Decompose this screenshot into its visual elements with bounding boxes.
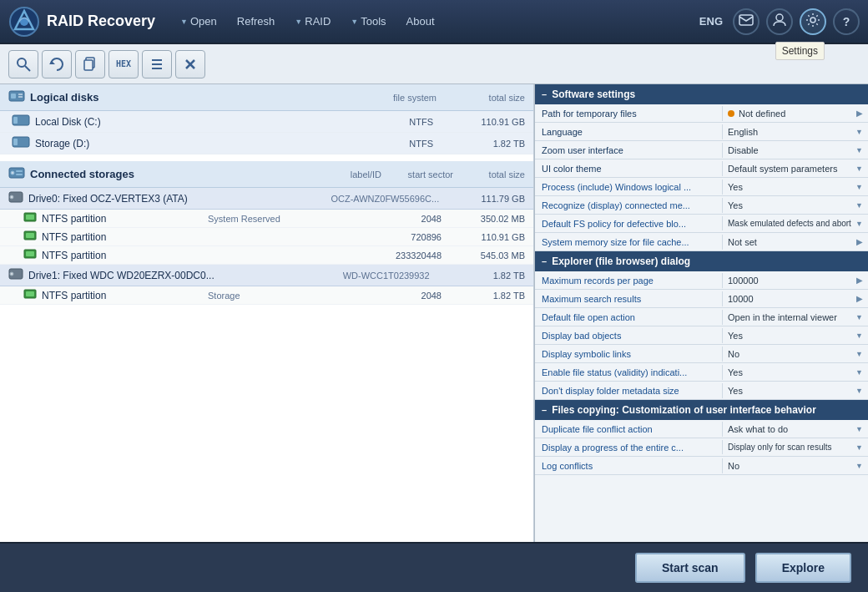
- svg-point-29: [10, 195, 13, 199]
- copy-button[interactable]: [75, 50, 105, 78]
- setting-path[interactable]: Path for temporary files Not defined ▶: [535, 104, 868, 123]
- setting-language[interactable]: Language English ▼: [535, 123, 868, 141]
- setting-progress-val-text: Display only for scan results: [728, 443, 854, 452]
- setting-bad-objects[interactable]: Display bad objects Yes ▼: [535, 326, 868, 345]
- menu-raid[interactable]: ▼ RAID: [286, 10, 339, 33]
- setting-recognize-value[interactable]: Yes ▼: [722, 198, 868, 213]
- setting-open-action-value[interactable]: Open in the internal viewer ▼: [722, 310, 868, 325]
- list-button[interactable]: [142, 50, 172, 78]
- setting-progress-dropdown: ▼: [855, 443, 863, 452]
- part-icon-2: [23, 249, 37, 261]
- disk-item-c[interactable]: Local Disk (C:) NTFS 110.91 GB: [0, 111, 533, 133]
- setting-language-label: Language: [535, 124, 722, 139]
- setting-progress[interactable]: Display a progress of the entire c... Di…: [535, 438, 868, 457]
- setting-log-conflicts-value[interactable]: No ▼: [722, 458, 868, 473]
- setting-path-value[interactable]: Not defined ▶: [722, 106, 868, 121]
- setting-defective-value[interactable]: Mask emulated defects and abort ▼: [722, 216, 868, 230]
- setting-color-dropdown: ▼: [855, 164, 863, 173]
- software-settings-header[interactable]: – Software settings: [535, 84, 868, 104]
- setting-file-status-label: Enable file status (validity) indicati..…: [535, 365, 722, 380]
- setting-language-value[interactable]: English ▼: [722, 124, 868, 139]
- drive0-part0[interactable]: NTFS partition System Reserved 2048 350.…: [0, 210, 533, 228]
- logical-disks-title: Logical disks: [30, 91, 356, 104]
- not-defined-dot: [728, 110, 734, 117]
- setting-max-records-value[interactable]: 100000 ▶: [722, 273, 868, 288]
- col-filesystem-label: file system: [361, 93, 437, 103]
- explore-button[interactable]: Explore: [755, 553, 851, 583]
- col-totalsize-label: total size: [442, 93, 525, 103]
- setting-bad-objects-dropdown: ▼: [855, 331, 863, 340]
- message-icon: [739, 14, 754, 28]
- setting-process[interactable]: Process (include) Windows logical ... Ye…: [535, 178, 868, 196]
- app-title: RAID Recovery: [47, 13, 155, 30]
- setting-defective-val-text: Mask emulated defects and abort: [728, 219, 854, 228]
- close-button[interactable]: [175, 50, 205, 78]
- drive1-part0[interactable]: NTFS partition Storage 2048 1.82 TB: [0, 286, 533, 305]
- help-button[interactable]: ?: [833, 8, 860, 35]
- menu-open[interactable]: ▼ Open: [172, 10, 225, 33]
- explorer-settings-header[interactable]: – Explorer (file browser) dialog: [535, 251, 868, 271]
- refresh-button[interactable]: [42, 50, 72, 78]
- svg-line-7: [25, 66, 30, 71]
- disk-c-fs: NTFS: [350, 117, 433, 127]
- setting-recognize[interactable]: Recognize (display) connected me... Yes …: [535, 196, 868, 215]
- topbar-right: ENG Settings ?: [699, 8, 860, 35]
- setting-defective[interactable]: Default FS policy for defective blo... M…: [535, 215, 868, 233]
- drive1-header[interactable]: Drive1: Fixed WDC WD20EZRX-00DC0... WD-W…: [0, 265, 533, 286]
- setting-folder-meta[interactable]: Don't display folder metadata size Yes ▼: [535, 382, 868, 400]
- setting-sym-links[interactable]: Display symbolic links No ▼: [535, 345, 868, 363]
- setting-max-records[interactable]: Maximum records per page 100000 ▶: [535, 271, 868, 290]
- drive0-part0-name: NTFS partition: [42, 213, 208, 225]
- setting-sym-links-value[interactable]: No ▼: [722, 347, 868, 362]
- setting-memory[interactable]: System memory size for file cache... Not…: [535, 233, 868, 251]
- setting-file-status[interactable]: Enable file status (validity) indicati..…: [535, 363, 868, 382]
- setting-memory-value[interactable]: Not set ▶: [722, 235, 868, 250]
- hex-button[interactable]: HEX: [108, 50, 139, 78]
- drive0-icon: [8, 191, 23, 205]
- user-button[interactable]: [766, 8, 793, 35]
- start-scan-button[interactable]: Start scan: [635, 553, 745, 583]
- setting-file-status-value[interactable]: Yes ▼: [722, 365, 868, 380]
- setting-max-search[interactable]: Maximum search results 10000 ▶: [535, 290, 868, 308]
- setting-log-conflicts[interactable]: Log conflicts No ▼: [535, 457, 868, 475]
- drive0-part2[interactable]: NTFS partition 233320448 545.03 MB: [0, 246, 533, 265]
- setting-memory-label: System memory size for file cache...: [535, 235, 722, 250]
- menu-tools[interactable]: ▼ Tools: [342, 10, 394, 33]
- setting-max-search-value[interactable]: 10000 ▶: [722, 291, 868, 306]
- setting-folder-meta-value[interactable]: Yes ▼: [722, 383, 868, 398]
- logo-area: RAID Recovery: [8, 6, 155, 38]
- drive1-part0-label: Storage: [208, 291, 358, 301]
- setting-zoom-val-text: Disable: [728, 145, 854, 155]
- drive0-part1[interactable]: NTFS partition 720896 110.91 GB: [0, 228, 533, 246]
- explorer-collapse-icon: –: [542, 256, 547, 266]
- copying-settings-header[interactable]: – Files copying: Customization of user i…: [535, 400, 868, 420]
- drive0-part1-size: 110.91 GB: [442, 232, 525, 242]
- drive1-id: WD-WCC1T0239932: [343, 271, 493, 281]
- setting-duplicate[interactable]: Duplicate file conflict action Ask what …: [535, 420, 868, 438]
- setting-bad-objects-val-text: Yes: [728, 331, 854, 341]
- disk-item-d[interactable]: Storage (D:) NTFS 1.82 TB: [0, 133, 533, 154]
- setting-process-value[interactable]: Yes ▼: [722, 180, 868, 195]
- menu-refresh[interactable]: Refresh: [229, 10, 284, 33]
- menu-about[interactable]: About: [398, 10, 443, 33]
- setting-open-action[interactable]: Default file open action Open in the int…: [535, 308, 868, 326]
- drive1-part0-start: 2048: [358, 291, 442, 301]
- help-icon: ?: [843, 15, 850, 28]
- setting-process-val-text: Yes: [728, 182, 854, 192]
- drive1-part0-name: NTFS partition: [42, 290, 208, 301]
- settings-button[interactable]: Settings: [800, 8, 826, 35]
- search-button[interactable]: [8, 50, 38, 78]
- drive0-header[interactable]: Drive0: Fixed OCZ-VERTEX3 (ATA) OCZ-AWNZ…: [0, 188, 533, 210]
- setting-color-val-text: Default system parameters: [728, 164, 854, 174]
- setting-zoom-value[interactable]: Disable ▼: [722, 143, 868, 158]
- setting-duplicate-value[interactable]: Ask what to do ▼: [722, 422, 868, 437]
- setting-color[interactable]: UI color theme Default system parameters…: [535, 159, 868, 178]
- part-icon-0: [23, 212, 37, 225]
- lang-label: ENG: [699, 15, 723, 28]
- setting-color-value[interactable]: Default system parameters ▼: [722, 161, 868, 176]
- logical-disks-icon: [8, 89, 25, 105]
- message-button[interactable]: [733, 8, 760, 35]
- setting-bad-objects-value[interactable]: Yes ▼: [722, 328, 868, 343]
- setting-progress-value[interactable]: Display only for scan results ▼: [722, 440, 868, 454]
- setting-zoom[interactable]: Zoom user interface Disable ▼: [535, 141, 868, 159]
